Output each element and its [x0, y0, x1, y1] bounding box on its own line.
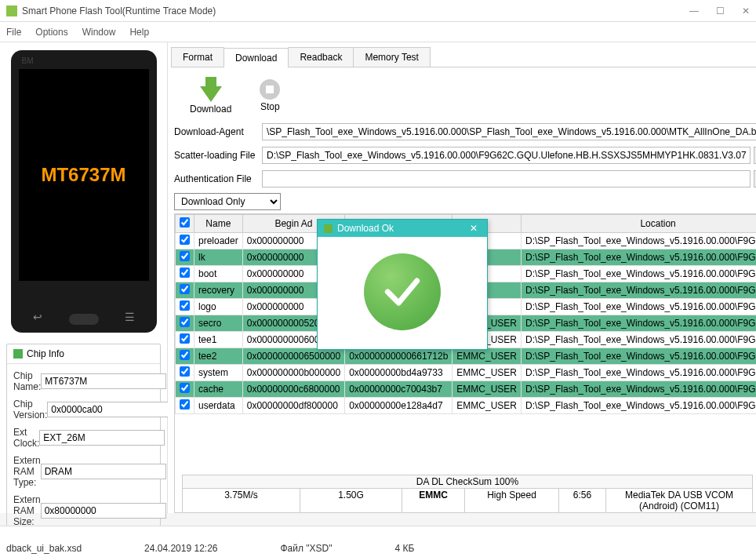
title-bar: Smart Phone Flash Tool(Runtime Trace Mod…	[0, 0, 756, 22]
da-label: Download-Agent	[174, 126, 259, 137]
chip-version-field[interactable]	[47, 402, 173, 417]
footer-file: dback_ui_bak.xsd	[6, 543, 82, 554]
row-check[interactable]	[180, 333, 190, 344]
cell-name: lk	[194, 249, 243, 266]
download-ok-dialog: Download Ok ✕	[317, 219, 488, 350]
row-check[interactable]	[180, 251, 190, 261]
stop-icon	[260, 79, 280, 100]
status-size: 1.50G	[300, 489, 402, 512]
cell-name: userdata	[194, 398, 243, 414]
footer-date: 24.04.2019 12:26	[144, 543, 217, 554]
row-check[interactable]	[180, 284, 190, 294]
row-check[interactable]	[180, 268, 190, 278]
cell-region: EMMC_USER	[453, 365, 522, 381]
auth-label: Authentication File	[174, 173, 259, 184]
cell-region: EMMC_USER	[453, 398, 522, 414]
cell-begin: 0x0000000006500000	[242, 348, 344, 365]
ram-size-label: Extern RAM Size:	[13, 494, 41, 527]
menu-window[interactable]: Window	[82, 27, 116, 38]
cell-end: 0x00000000c70043b7	[345, 381, 453, 398]
tab-readback[interactable]: Readback	[288, 47, 354, 67]
footer-size: 4 КБ	[395, 543, 415, 554]
checkmark-icon	[364, 253, 441, 330]
close-button[interactable]: ✕	[742, 5, 750, 16]
tab-memory[interactable]: Memory Test	[353, 47, 430, 67]
cell-name: cache	[194, 381, 243, 398]
maximize-button[interactable]: ☐	[716, 5, 725, 16]
chip-name-field[interactable]	[41, 373, 166, 389]
minimize-button[interactable]: —	[689, 5, 699, 16]
cell-begin: 0x000000000b000000	[242, 365, 344, 381]
da-field[interactable]	[262, 123, 756, 140]
download-arrow-icon	[200, 86, 222, 102]
ram-size-field[interactable]	[41, 503, 166, 519]
dialog-close-button[interactable]: ✕	[467, 223, 481, 234]
cell-location: D:\SP_Flash_Tool_exe_Windows_v5.1916.00.…	[522, 249, 757, 266]
cell-location: D:\SP_Flash_Tool_exe_Windows_v5.1916.00.…	[522, 332, 757, 348]
window-controls: — ☐ ✕	[689, 5, 750, 16]
tab-download[interactable]: Download	[224, 48, 289, 67]
auth-field[interactable]	[262, 170, 751, 187]
row-check[interactable]	[180, 235, 190, 245]
chip-name-label: Chip Name:	[13, 370, 41, 392]
ram-type-field[interactable]	[41, 464, 166, 479]
footer-type: Файл "XSD"	[281, 543, 333, 554]
ram-type-label: Extern RAM Type:	[13, 455, 41, 488]
phone-screen: MT6737M	[19, 69, 149, 281]
check-all[interactable]	[180, 217, 190, 228]
col-check[interactable]	[176, 215, 194, 233]
status-bar: DA DL CheckSum 100% 3.75M/s 1.50G EMMC H…	[182, 475, 753, 513]
cell-location: D:\SP_Flash_Tool_exe_Windows_v5.1916.00.…	[522, 398, 757, 414]
row-check[interactable]	[180, 317, 190, 327]
row-check[interactable]	[180, 399, 190, 410]
table-row[interactable]: tee2 0x0000000006500000 0x00000000006617…	[176, 348, 757, 365]
tabs: Format Download Readback Memory Test	[171, 47, 756, 67]
cell-location: D:\SP_Flash_Tool_exe_Windows_v5.1916.00.…	[522, 233, 757, 249]
row-check[interactable]	[180, 350, 190, 360]
dialog-title: Download Ok	[337, 223, 394, 234]
chip-icon	[13, 349, 23, 359]
cell-name: secro	[194, 315, 243, 332]
app-icon	[6, 5, 17, 16]
cell-name: boot	[194, 266, 243, 282]
cell-location: D:\SP_Flash_Tool_exe_Windows_v5.1916.00.…	[522, 381, 757, 398]
toolbar: Download Stop	[171, 67, 756, 122]
ext-clock-field[interactable]	[39, 430, 165, 446]
menu-help[interactable]: Help	[129, 27, 149, 38]
phone-bm-label: BM	[22, 56, 34, 65]
tab-format[interactable]: Format	[171, 47, 224, 67]
table-row[interactable]: system 0x000000000b000000 0x00000000bd4a…	[176, 365, 757, 381]
cell-location: D:\SP_Flash_Tool_exe_Windows_v5.1916.00.…	[522, 282, 757, 299]
cell-name: tee1	[194, 332, 243, 348]
row-check[interactable]	[180, 383, 190, 393]
stop-button[interactable]: Stop	[260, 79, 280, 112]
chip-info-title: Chip Info	[27, 348, 64, 359]
cell-end: 0x0000000000661712b	[345, 348, 453, 365]
home-button-icon	[69, 314, 99, 325]
cell-region: EMMC_USER	[453, 348, 522, 365]
col-name: Name	[194, 215, 243, 233]
col-location: Location	[522, 215, 757, 233]
status-storage: EMMC	[402, 489, 465, 512]
row-check[interactable]	[180, 366, 190, 377]
download-mode-select[interactable]: Download Only	[174, 193, 281, 210]
cell-region: EMMC_USER	[453, 381, 522, 398]
cell-name: system	[194, 365, 243, 381]
download-button[interactable]: Download	[190, 77, 231, 115]
scatter-field[interactable]	[262, 147, 751, 164]
row-check[interactable]	[180, 300, 190, 311]
cell-name: recovery	[194, 282, 243, 299]
status-title: DA DL CheckSum 100%	[183, 475, 752, 489]
menu-file[interactable]: File	[6, 27, 21, 38]
status-mode: High Speed	[465, 489, 559, 512]
cell-location: D:\SP_Flash_Tool_exe_Windows_v5.1916.00.…	[522, 315, 757, 332]
cell-name: tee2	[194, 348, 243, 365]
dialog-icon	[324, 224, 333, 233]
table-row[interactable]: userdata 0x00000000df800000 0x00000000e1…	[176, 398, 757, 414]
cell-begin: 0x00000000c6800000	[242, 381, 344, 398]
left-pane: BM MT6737M ↩ ☰ Chip Info Chip Name: Chip…	[0, 42, 168, 513]
table-row[interactable]: cache 0x00000000c6800000 0x00000000c7004…	[176, 381, 757, 398]
cell-location: D:\SP_Flash_Tool_exe_Windows_v5.1916.00.…	[522, 348, 757, 365]
menu-options[interactable]: Options	[35, 27, 67, 38]
cell-name: logo	[194, 299, 243, 315]
